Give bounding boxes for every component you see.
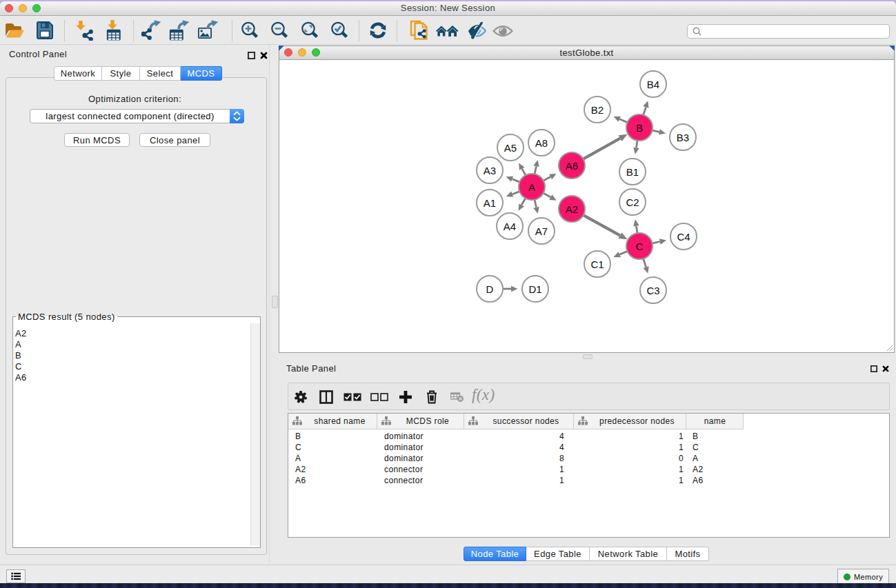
svg-text:B2: B2	[591, 104, 604, 116]
svg-text:f(x): f(x)	[472, 387, 495, 403]
svg-text:B: B	[636, 122, 643, 134]
svg-text:D1: D1	[528, 283, 541, 295]
svg-text:C2: C2	[626, 196, 639, 208]
svg-text:C: C	[636, 241, 644, 252]
svg-text:A6: A6	[566, 160, 578, 172]
svg-text:B3: B3	[677, 132, 689, 143]
svg-text:C3: C3	[646, 285, 659, 296]
svg-text:B4: B4	[647, 79, 659, 90]
svg-text:B1: B1	[626, 166, 639, 178]
svg-text:C4: C4	[677, 231, 690, 243]
svg-text:C1: C1	[590, 258, 604, 270]
svg-text:A8: A8	[535, 137, 548, 149]
svg-text:A7: A7	[535, 225, 548, 237]
svg-text:A4: A4	[504, 221, 516, 232]
svg-text:A2: A2	[566, 203, 578, 215]
svg-text:A1: A1	[484, 197, 496, 209]
svg-text:D: D	[486, 283, 494, 295]
svg-text:A: A	[528, 181, 535, 193]
svg-text:A5: A5	[504, 142, 517, 154]
svg-text:A3: A3	[484, 165, 496, 176]
